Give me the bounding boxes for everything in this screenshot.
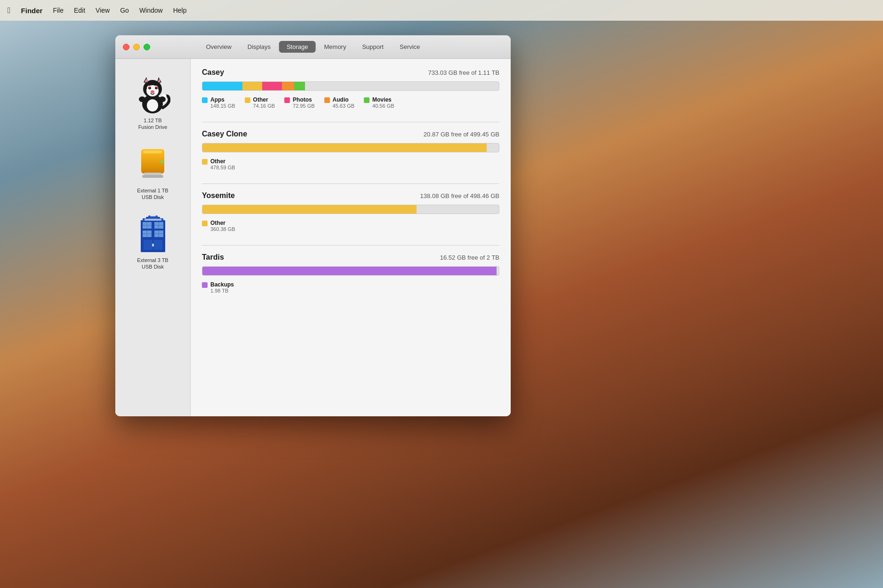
casey-clone-bar-other [202, 143, 487, 152]
tab-service[interactable]: Service [392, 41, 427, 53]
menubar:  Finder File Edit View Go Window Help [0, 0, 883, 21]
legend-apps: Apps 148.15 GB [202, 96, 235, 109]
tardis-svg [139, 215, 167, 254]
apple-menu-icon[interactable]:  [8, 6, 11, 16]
movies-label: Movies [372, 96, 394, 103]
sidebar-item-external1[interactable]: External 1 TB USB Disk [115, 138, 190, 208]
legend-yosemite-other: Other 360.38 GB [202, 220, 235, 232]
photos-size: 72.95 GB [293, 103, 314, 109]
menu-file[interactable]: File [53, 7, 64, 14]
apps-label: Apps [210, 96, 235, 103]
svg-rect-44 [152, 244, 154, 246]
yosemite-name: Yosemite [202, 191, 235, 200]
svg-rect-20 [143, 151, 162, 153]
casey-section: Casey 733.03 GB free of 1.11 TB Apps [202, 68, 499, 109]
audio-size: 45.63 GB [333, 103, 354, 109]
tardis-storage-bar [202, 266, 499, 276]
movies-size: 40.56 GB [372, 103, 394, 109]
legend-audio: Audio 45.63 GB [324, 96, 354, 109]
divider-2 [202, 183, 499, 184]
casey-bar-audio [282, 82, 294, 90]
yosemite-legend: Other 360.38 GB [202, 220, 499, 232]
casey-clone-legend: Other 478.59 GB [202, 158, 499, 170]
yosemite-header: Yosemite 138.08 GB free of 498.46 GB [202, 191, 499, 200]
other-label: Other [253, 96, 275, 103]
audio-color [324, 97, 330, 103]
yosemite-bar-other [202, 205, 417, 214]
maximize-button[interactable] [144, 44, 150, 50]
clone-other-size: 478.59 GB [210, 165, 235, 170]
menu-window[interactable]: Window [139, 7, 163, 14]
tardis-header: Tardis 16.52 GB free of 2 TB [202, 253, 499, 262]
legend-other: Other 74.16 GB [245, 96, 275, 109]
close-button[interactable] [123, 44, 129, 50]
tab-memory[interactable]: Memory [317, 41, 354, 53]
casey-legend: Apps 148.15 GB Other 74.16 GB [202, 96, 499, 109]
content-area: 1.12 TB Fusion Drive [115, 59, 511, 416]
titlebar: Overview Displays Storage Memory Support… [115, 35, 511, 59]
svg-rect-43 [153, 240, 162, 250]
menu-go[interactable]: Go [120, 7, 129, 14]
backups-size: 1.98 TB [210, 288, 234, 294]
menu-help[interactable]: Help [173, 7, 187, 14]
yosemite-section: Yosemite 138.08 GB free of 498.46 GB Oth… [202, 191, 499, 232]
casey-drive-label: 1.12 TB Fusion Drive [138, 117, 168, 131]
external-drive-icon [134, 146, 172, 183]
legend-backups: Backups 1.98 TB [202, 281, 234, 294]
photos-color [284, 97, 290, 103]
tardis-drive-icon [134, 215, 172, 253]
apps-size: 148.15 GB [210, 103, 235, 109]
external-drive-svg [137, 147, 168, 182]
svg-point-17 [159, 96, 166, 102]
tab-storage[interactable]: Storage [279, 41, 316, 53]
tardis-section: Tardis 16.52 GB free of 2 TB Backups 1.9… [202, 253, 499, 294]
casey-name: Casey [202, 68, 224, 77]
clone-other-label: Other [210, 158, 235, 165]
casey-clone-free: 20.87 GB free of 499.45 GB [424, 131, 499, 138]
svg-rect-42 [144, 240, 153, 250]
tardis-bar-backups [202, 267, 497, 275]
system-information-window: Overview Displays Storage Memory Support… [115, 35, 511, 416]
svg-point-16 [139, 96, 145, 102]
yosemite-other-color [202, 221, 208, 226]
sidebar-item-casey[interactable]: 1.12 TB Fusion Drive [115, 68, 190, 138]
casey-bar-apps [202, 82, 242, 90]
app-name: Finder [21, 7, 43, 15]
menu-view[interactable]: View [96, 7, 110, 14]
casey-header: Casey 733.03 GB free of 1.11 TB [202, 68, 499, 77]
casey-storage-bar [202, 81, 499, 91]
yosemite-storage-bar [202, 205, 499, 214]
tardis-name: Tardis [202, 253, 224, 262]
clone-other-color [202, 159, 208, 165]
tab-support[interactable]: Support [354, 41, 391, 53]
sylvester-svg [135, 75, 170, 115]
external1-drive-label: External 1 TB USB Disk [137, 187, 168, 201]
tardis-legend: Backups 1.98 TB [202, 281, 499, 294]
legend-photos: Photos 72.95 GB [284, 96, 314, 109]
casey-clone-section: Casey Clone 20.87 GB free of 499.45 GB O… [202, 130, 499, 170]
casey-bar-photos [262, 82, 282, 90]
minimize-button[interactable] [133, 44, 140, 50]
yosemite-free: 138.08 GB free of 498.46 GB [420, 192, 499, 199]
tab-bar: Overview Displays Storage Memory Support… [199, 41, 428, 53]
svg-point-13 [155, 87, 157, 88]
other-color [245, 97, 250, 103]
casey-free: 733.03 GB free of 1.11 TB [428, 69, 499, 76]
tardis-drive-label: External 3 TB USB Disk [137, 257, 168, 270]
tab-displays[interactable]: Displays [240, 41, 278, 53]
backups-label: Backups [210, 281, 234, 288]
tab-overview[interactable]: Overview [199, 41, 239, 53]
legend-clone-other: Other 478.59 GB [202, 158, 235, 170]
svg-point-23 [161, 160, 163, 163]
svg-point-1 [147, 99, 158, 111]
casey-drive-icon [134, 76, 172, 113]
svg-point-14 [151, 90, 154, 93]
svg-point-12 [149, 87, 151, 88]
casey-clone-storage-bar [202, 143, 499, 152]
sidebar-item-tardis[interactable]: External 3 TB USB Disk [115, 208, 190, 278]
yosemite-other-label: Other [210, 220, 235, 226]
menu-edit[interactable]: Edit [74, 7, 85, 14]
svg-rect-22 [142, 175, 163, 178]
detail-panel: Casey 733.03 GB free of 1.11 TB Apps [191, 59, 511, 416]
svg-rect-28 [150, 215, 156, 216]
